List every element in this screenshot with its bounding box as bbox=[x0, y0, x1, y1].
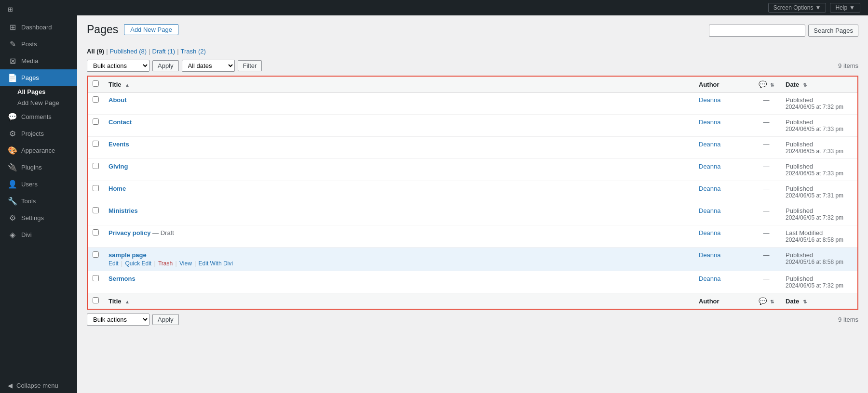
row-checkbox[interactable] bbox=[93, 229, 99, 236]
col-comments-footer[interactable]: 💬 ⇅ bbox=[752, 293, 781, 310]
page-title-link[interactable]: About bbox=[108, 96, 127, 104]
row-action-quick-edit[interactable]: Quick Edit bbox=[125, 260, 151, 267]
row-date-cell: Published2024/05/16 at 8:58 pm bbox=[781, 248, 858, 271]
author-link[interactable]: Deanna bbox=[699, 163, 721, 170]
row-title-cell: Home bbox=[104, 181, 694, 203]
date-value: 2024/06/05 at 7:33 pm bbox=[786, 170, 853, 177]
row-date-cell: Published2024/06/05 at 7:33 pm bbox=[781, 159, 858, 181]
comments-value: — bbox=[757, 275, 776, 282]
filter-published[interactable]: Published (8) bbox=[110, 48, 147, 55]
sidebar-item-divi[interactable]: ◈ Divi bbox=[0, 226, 77, 243]
author-link[interactable]: Deanna bbox=[699, 185, 721, 192]
help-button[interactable]: Help ▼ bbox=[830, 3, 860, 13]
date-value: 2024/06/05 at 7:32 pm bbox=[786, 282, 853, 289]
comments-column-icon-footer: 💬 bbox=[759, 297, 767, 305]
dates-filter-select[interactable]: All dates bbox=[182, 60, 235, 72]
date-value: 2024/05/16 at 8:58 pm bbox=[786, 236, 853, 243]
sidebar-item-appearance[interactable]: 🎨 Appearance bbox=[0, 142, 77, 159]
screen-options-button[interactable]: Screen Options ▼ bbox=[768, 3, 827, 13]
apply-button-bottom[interactable]: Apply bbox=[152, 314, 179, 325]
title-sort-icon: ▲ bbox=[125, 82, 130, 88]
row-title-cell: Ministries bbox=[104, 203, 694, 225]
row-checkbox[interactable] bbox=[93, 141, 99, 147]
author-link[interactable]: Deanna bbox=[699, 118, 721, 126]
search-pages-button[interactable]: Search Pages bbox=[808, 25, 858, 37]
row-checkbox-cell bbox=[87, 159, 104, 181]
filter-all[interactable]: All (9) bbox=[87, 48, 104, 55]
row-author-cell: Deanna bbox=[694, 248, 752, 271]
sidebar-item-posts[interactable]: ✎ Posts bbox=[0, 36, 77, 52]
row-action-edit[interactable]: Edit bbox=[108, 260, 119, 267]
content-area: Pages Add New Page Search Pages All (9) … bbox=[77, 15, 868, 393]
row-checkbox[interactable] bbox=[93, 96, 99, 103]
sidebar-sub-add-new-page[interactable]: Add New Page bbox=[17, 97, 77, 108]
row-author-cell: Deanna bbox=[694, 159, 752, 181]
sidebar-pages-submenu: All Pages Add New Page bbox=[0, 86, 77, 108]
row-checkbox[interactable] bbox=[93, 275, 99, 281]
row-action-trash[interactable]: Trash bbox=[158, 260, 173, 267]
page-title-link[interactable]: Sermons bbox=[108, 275, 136, 282]
page-title-link[interactable]: sample page bbox=[108, 251, 147, 259]
row-checkbox[interactable] bbox=[93, 163, 99, 169]
tools-icon: 🔧 bbox=[8, 196, 17, 206]
page-title-link[interactable]: Ministries bbox=[108, 207, 138, 214]
sidebar-item-plugins[interactable]: 🔌 Plugins bbox=[0, 159, 77, 176]
author-link[interactable]: Deanna bbox=[699, 251, 721, 259]
author-link[interactable]: Deanna bbox=[699, 207, 721, 214]
comments-value: — bbox=[757, 185, 776, 192]
add-new-page-button[interactable]: Add New Page bbox=[124, 24, 178, 35]
row-checkbox-cell bbox=[87, 225, 104, 248]
sidebar-item-comments[interactable]: 💬 Comments bbox=[0, 108, 77, 125]
row-comments-cell: — bbox=[752, 181, 781, 203]
col-date-header[interactable]: Date ⇅ bbox=[781, 76, 858, 92]
sidebar-sub-all-pages[interactable]: All Pages bbox=[17, 86, 77, 97]
row-action-view[interactable]: View bbox=[179, 260, 192, 267]
bottom-toolbar: Bulk actions Edit Move to Trash Apply 9 … bbox=[87, 314, 858, 326]
row-checkbox[interactable] bbox=[93, 185, 99, 191]
row-action-edit-divi[interactable]: Edit With Divi bbox=[199, 260, 233, 267]
search-pages-input[interactable] bbox=[709, 25, 805, 37]
row-checkbox[interactable] bbox=[93, 118, 99, 125]
apply-button-top[interactable]: Apply bbox=[152, 60, 179, 71]
col-title-header[interactable]: Title ▲ bbox=[104, 76, 694, 92]
page-title-link[interactable]: Events bbox=[108, 141, 129, 148]
row-checkbox[interactable] bbox=[93, 251, 99, 258]
table-footer-row: Title ▲ Author 💬 ⇅ Date ⇅ bbox=[87, 293, 858, 310]
row-author-cell: Deanna bbox=[694, 271, 752, 293]
col-date-footer[interactable]: Date ⇅ bbox=[781, 293, 858, 310]
appearance-icon: 🎨 bbox=[8, 146, 17, 155]
row-checkbox-cell bbox=[87, 181, 104, 203]
page-title-link[interactable]: Giving bbox=[108, 163, 128, 170]
sidebar-item-dashboard[interactable]: ⊞ Dashboard bbox=[0, 19, 77, 36]
select-all-checkbox-bottom[interactable] bbox=[93, 297, 99, 303]
col-comments-header[interactable]: 💬 ⇅ bbox=[752, 76, 781, 92]
collapse-menu-button[interactable]: ◀ Collapse menu bbox=[0, 378, 77, 393]
sidebar-item-tools[interactable]: 🔧 Tools bbox=[0, 193, 77, 210]
row-author-cell: Deanna bbox=[694, 181, 752, 203]
col-title-footer[interactable]: Title ▲ bbox=[104, 293, 694, 310]
select-all-checkbox[interactable] bbox=[93, 80, 99, 87]
sidebar-item-media[interactable]: ⊠ Media bbox=[0, 52, 77, 69]
filter-button[interactable]: Filter bbox=[238, 60, 262, 71]
sidebar-item-settings[interactable]: ⚙ Settings bbox=[0, 210, 77, 226]
author-link[interactable]: Deanna bbox=[699, 141, 721, 148]
page-title-link[interactable]: Privacy policy bbox=[108, 229, 150, 236]
page-title-link[interactable]: Contact bbox=[108, 118, 132, 126]
date-status: Published bbox=[786, 118, 853, 126]
table-row: Privacy policy — DraftDeanna—Last Modifi… bbox=[87, 225, 858, 248]
filter-draft[interactable]: Draft (1) bbox=[152, 48, 176, 55]
bulk-actions-select-top[interactable]: Bulk actions Edit Move to Trash bbox=[87, 60, 149, 72]
author-link[interactable]: Deanna bbox=[699, 275, 721, 282]
filter-trash[interactable]: Trash (2) bbox=[181, 48, 206, 55]
comments-sort-icon: ⇅ bbox=[770, 82, 774, 88]
sidebar-item-projects[interactable]: ⚙ Projects bbox=[0, 125, 77, 142]
date-value: 2024/06/05 at 7:32 pm bbox=[786, 104, 853, 110]
author-link[interactable]: Deanna bbox=[699, 229, 721, 236]
bulk-actions-select-bottom[interactable]: Bulk actions Edit Move to Trash bbox=[87, 314, 149, 326]
row-checkbox[interactable] bbox=[93, 207, 99, 213]
page-title-link[interactable]: Home bbox=[108, 185, 126, 192]
sidebar-item-users[interactable]: 👤 Users bbox=[0, 176, 77, 193]
sidebar-label-tools: Tools bbox=[21, 197, 36, 205]
author-link[interactable]: Deanna bbox=[699, 96, 721, 104]
sidebar-item-pages[interactable]: 📄 Pages bbox=[0, 69, 77, 86]
